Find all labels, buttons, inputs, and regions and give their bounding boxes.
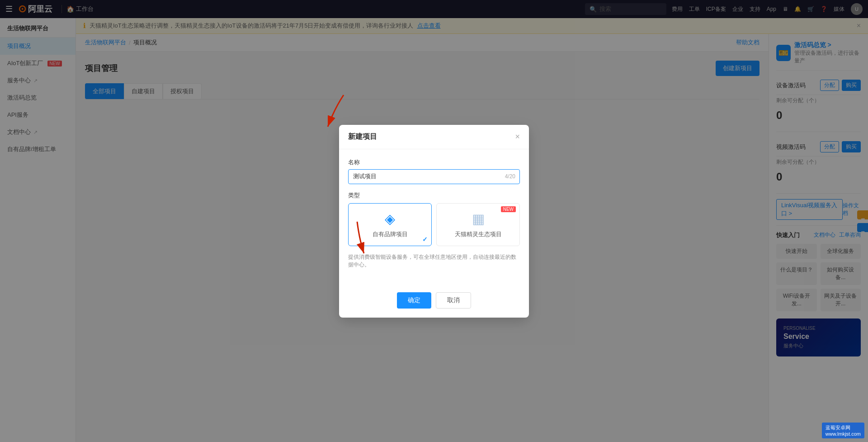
modal-header: 新建项目 × bbox=[339, 125, 529, 149]
type-label: 类型 bbox=[348, 191, 520, 200]
tmall-label: 天猫精灵生态项目 bbox=[455, 230, 502, 238]
own-brand-icon: ◈ bbox=[385, 211, 395, 227]
modal-footer: 确定 取消 bbox=[339, 287, 529, 318]
project-name-input[interactable] bbox=[348, 169, 520, 184]
modal-body: 名称 4/20 类型 ◈ 自有品牌项目 NEW ▦ 天猫精灵生态项目 提供消费级… bbox=[339, 149, 529, 287]
cancel-button[interactable]: 取消 bbox=[436, 292, 471, 309]
type-description: 提供消费级智能设备服务，可在全球任意地区使用，自动连接最近的数据中心。 bbox=[348, 253, 520, 269]
type-card-own-brand[interactable]: ◈ 自有品牌项目 bbox=[348, 203, 432, 246]
name-input-wrap: 4/20 bbox=[348, 169, 520, 184]
modal-title: 新建项目 bbox=[348, 132, 377, 142]
modal-overlay: 新建项目 × 名称 4/20 类型 ◈ 自有品牌项目 NEW ▦ 天猫精灵生态项… bbox=[0, 0, 868, 442]
watermark: 蓝莓安卓网www.lmkjst.com bbox=[822, 423, 864, 438]
name-counter: 4/20 bbox=[505, 173, 515, 180]
own-brand-label: 自有品牌项目 bbox=[373, 230, 408, 238]
type-card-tmall[interactable]: NEW ▦ 天猫精灵生态项目 bbox=[436, 203, 520, 246]
new-project-modal: 新建项目 × 名称 4/20 类型 ◈ 自有品牌项目 NEW ▦ 天猫精灵生态项… bbox=[339, 125, 529, 318]
type-cards: ◈ 自有品牌项目 NEW ▦ 天猫精灵生态项目 bbox=[348, 203, 520, 246]
modal-close-button[interactable]: × bbox=[515, 132, 520, 142]
tmall-icon: ▦ bbox=[472, 211, 485, 227]
name-label: 名称 bbox=[348, 158, 520, 166]
confirm-button[interactable]: 确定 bbox=[397, 292, 431, 309]
tmall-new-badge: NEW bbox=[501, 206, 516, 212]
